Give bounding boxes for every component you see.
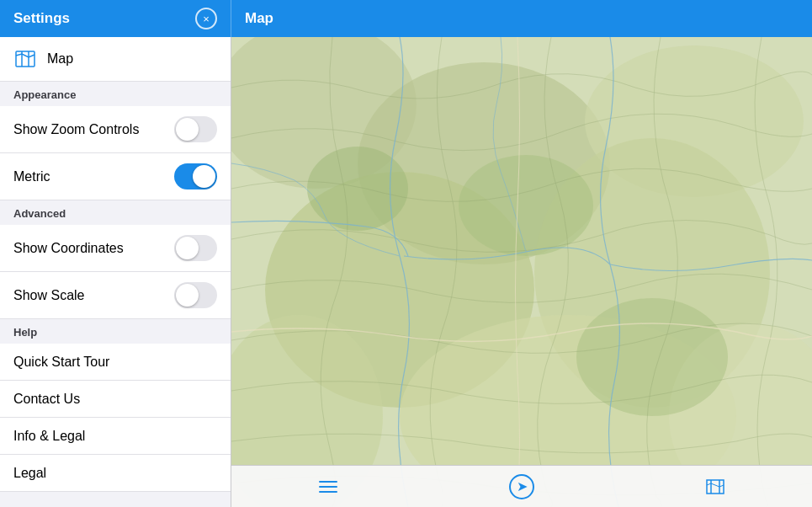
hamburger-icon [319,481,337,493]
svg-point-13 [307,147,408,231]
show-scale-label: Show Scale [13,288,85,303]
info-legal-item[interactable]: Info & Legal [0,418,231,455]
map-book-icon [703,477,727,497]
svg-rect-0 [16,51,34,67]
section-header-help: Help [0,319,231,344]
map-toolbar: ➤ [231,465,812,507]
show-scale-toggle[interactable] [174,282,217,308]
metric-row: Metric [0,153,231,200]
sidebar: Map Appearance Show Zoom Controls Metric… [0,37,231,507]
show-zoom-controls-toggle[interactable] [174,116,217,142]
show-coordinates-label: Show Coordinates [13,241,124,256]
legal-item[interactable]: Legal [0,455,231,492]
quick-start-tour-item[interactable]: Quick Start Tour [0,344,231,381]
hamburger-line-2 [319,486,337,488]
settings-title: Settings [13,10,195,27]
compass-icon: ➤ [509,474,534,499]
close-button[interactable]: × [195,8,217,29]
contact-us-label: Contact Us [13,392,80,407]
show-zoom-controls-row: Show Zoom Controls [0,106,231,153]
map-icon [13,47,37,71]
metric-label: Metric [13,169,50,184]
section-header-advanced: Advanced [0,200,231,225]
hamburger-line-1 [319,481,337,483]
location-button[interactable]: ➤ [503,468,540,505]
map-layers-button[interactable] [697,468,734,505]
show-coordinates-knob [176,237,199,259]
metric-knob [193,165,215,188]
header-bar: Settings × Map [0,0,812,37]
contact-us-item[interactable]: Contact Us [0,381,231,418]
show-coordinates-row: Show Coordinates [0,225,231,272]
info-legal-label: Info & Legal [13,429,85,444]
show-zoom-controls-label: Show Zoom Controls [13,122,139,137]
map-header: Map [231,0,812,37]
svg-line-18 [711,483,719,487]
svg-point-12 [459,155,593,256]
svg-point-14 [576,298,728,416]
map-title: Map [245,10,273,27]
show-zoom-controls-knob [176,118,199,141]
main-content: Map Appearance Show Zoom Controls Metric… [0,37,812,507]
map-area [231,37,812,507]
topo-map-svg [231,37,812,507]
show-scale-knob [176,284,199,307]
hamburger-line-3 [319,491,337,493]
sidebar-map-label: Map [47,51,73,67]
show-scale-row: Show Scale [0,272,231,319]
menu-button[interactable] [310,468,347,505]
close-icon: × [203,13,210,25]
compass-arrow-icon: ➤ [517,478,528,494]
sidebar-map-item[interactable]: Map [0,37,231,82]
legal-label: Legal [13,466,46,481]
settings-header: Settings × [0,0,231,37]
show-coordinates-toggle[interactable] [174,235,217,261]
metric-toggle[interactable] [174,163,217,189]
quick-start-tour-label: Quick Start Tour [13,355,109,370]
section-header-appearance: Appearance [0,82,231,106]
